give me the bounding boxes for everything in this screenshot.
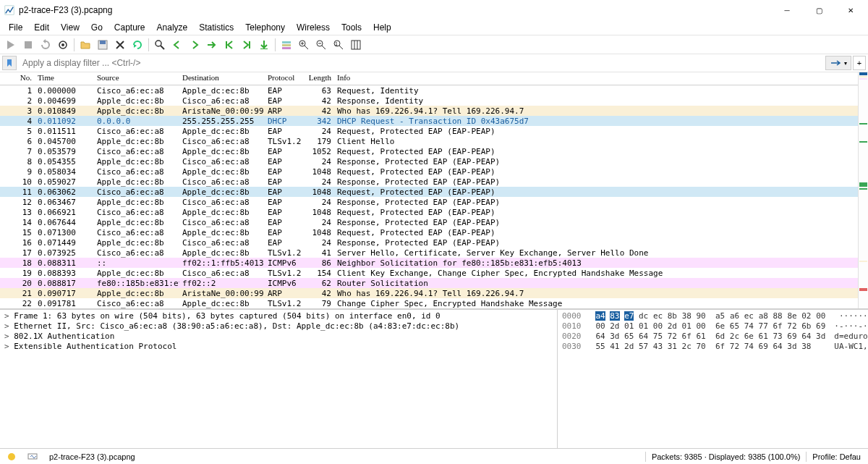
svg-rect-8 <box>282 41 291 43</box>
col-source[interactable]: Source <box>94 72 179 85</box>
packet-row[interactable]: 60.045700Apple_dc:ec:8bCisco_a6:ec:a8TLS… <box>0 136 858 146</box>
tree-eap[interactable]: Extensible Authentication Protocol <box>3 342 554 352</box>
packet-row[interactable]: 210.090717Apple_dc:ec:8bAristaNe_00:00:9… <box>0 288 858 298</box>
packet-row[interactable]: 40.0110920.0.0.0255.255.255.255DHCP342DH… <box>0 116 858 126</box>
col-length[interactable]: Length <box>301 72 334 85</box>
packet-row[interactable]: 180.088311::ff02::1:ffb5:4013ICMPv686Nei… <box>0 258 858 268</box>
status-expert-icon[interactable] <box>1 452 22 461</box>
tree-ethernet[interactable]: Ethernet II, Src: Cisco_a6:ec:a8 (38:90:… <box>3 321 554 332</box>
menu-capture[interactable]: Capture <box>109 21 151 34</box>
auto-scroll-icon[interactable] <box>256 37 272 53</box>
zoom-reset-icon[interactable]: 1 <box>331 37 346 53</box>
maximize-button[interactable]: ▢ <box>803 0 835 20</box>
packet-row[interactable]: 70.053579Cisco_a6:ec:a8Apple_dc:ec:8bEAP… <box>0 146 858 156</box>
packet-row[interactable]: 160.071449Apple_dc:ec:8bCisco_a6:ec:a8EA… <box>0 237 858 248</box>
bookmark-filter-icon[interactable] <box>2 56 17 70</box>
packet-bytes-hex[interactable]: 0000 a4 83 e7 dc ec 8b 38 90 a5 a6 ec a8… <box>557 310 868 448</box>
svg-rect-0 <box>5 6 14 14</box>
packet-row[interactable]: 170.073925Cisco_a6:ec:a8Apple_dc:ec:8bTL… <box>0 248 858 258</box>
packet-row[interactable]: 10.000000Cisco_a6:ec:a8Apple_dc:ec:8bEAP… <box>0 85 858 96</box>
open-file-icon[interactable] <box>77 37 93 53</box>
packet-row[interactable]: 190.088393Apple_dc:ec:8bCisco_a6:ec:a8TL… <box>0 268 858 278</box>
start-capture-icon[interactable] <box>3 37 19 53</box>
packet-details-tree[interactable]: Frame 1: 63 bytes on wire (504 bits), 63… <box>0 310 557 448</box>
zoom-in-icon[interactable] <box>296 37 312 53</box>
svg-rect-15 <box>352 41 360 49</box>
capture-options-icon[interactable] <box>55 37 71 53</box>
menu-edit[interactable]: Edit <box>28 21 55 34</box>
packet-row[interactable]: 100.059027Apple_dc:ec:8bCisco_a6:ec:a8EA… <box>0 177 858 187</box>
packet-row[interactable]: 140.067644Apple_dc:ec:8bCisco_a6:ec:a8EA… <box>0 217 858 227</box>
stop-capture-icon[interactable] <box>20 37 36 53</box>
main-toolbar: 1 <box>0 35 868 54</box>
restart-capture-icon[interactable] <box>38 37 54 53</box>
add-filter-button[interactable]: + <box>853 56 866 70</box>
packet-list[interactable]: No. Time Source Destination Protocol Len… <box>0 72 858 308</box>
go-back-icon[interactable] <box>169 37 185 53</box>
packet-row[interactable]: 50.011511Cisco_a6:ec:a8Apple_dc:ec:8bEAP… <box>0 126 858 136</box>
svg-rect-5 <box>100 41 106 44</box>
status-file: p2-trace-F23 (3).pcapng <box>43 452 141 461</box>
close-file-icon[interactable] <box>112 37 128 53</box>
menu-analyze[interactable]: Analyze <box>151 21 194 34</box>
window-titlebar: p2-trace-F23 (3).pcapng ─ ▢ ✕ <box>0 0 868 20</box>
packet-row[interactable]: 90.058034Cisco_a6:ec:a8Apple_dc:ec:8bEAP… <box>0 166 858 177</box>
reload-file-icon[interactable] <box>129 37 145 53</box>
menu-statistics[interactable]: Statistics <box>193 21 239 34</box>
go-forward-icon[interactable] <box>187 37 203 53</box>
window-title: p2-trace-F23 (3).pcapng <box>19 5 771 15</box>
go-last-icon[interactable] <box>239 37 255 53</box>
go-first-icon[interactable] <box>221 37 237 53</box>
svg-point-6 <box>156 41 161 46</box>
tree-8021x[interactable]: 802.1X Authentication <box>3 332 554 342</box>
col-destination[interactable]: Destination <box>179 72 265 85</box>
menu-help[interactable]: Help <box>367 21 397 34</box>
packet-row[interactable]: 130.066921Cisco_a6:ec:a8Apple_dc:ec:8bEA… <box>0 207 858 217</box>
packet-minimap[interactable] <box>858 72 868 308</box>
status-bar: p2-trace-F23 (3).pcapng Packets: 9385 · … <box>0 448 868 464</box>
menu-bar: File Edit View Go Capture Analyze Statis… <box>0 20 868 35</box>
status-packets: Packets: 9385 · Displayed: 9385 (100.0%) <box>646 452 806 461</box>
packet-row[interactable]: 80.054355Apple_dc:ec:8bCisco_a6:ec:a8EAP… <box>0 156 858 166</box>
apply-filter-button[interactable]: ▾ <box>825 56 851 70</box>
app-icon <box>4 5 14 15</box>
col-protocol[interactable]: Protocol <box>265 72 301 85</box>
packet-row[interactable]: 150.071300Cisco_a6:ec:a8Apple_dc:ec:8bEA… <box>0 227 858 237</box>
svg-point-16 <box>8 453 15 460</box>
zoom-out-icon[interactable] <box>313 37 329 53</box>
svg-rect-10 <box>282 47 291 49</box>
resize-columns-icon[interactable] <box>348 37 364 53</box>
svg-rect-7 <box>260 48 268 49</box>
packet-row[interactable]: 110.063062Cisco_a6:ec:a8Apple_dc:ec:8bEA… <box>0 187 858 197</box>
svg-text:1: 1 <box>335 41 338 46</box>
menu-tools[interactable]: Tools <box>336 21 367 34</box>
svg-point-3 <box>61 43 64 46</box>
packet-row[interactable]: 20.004699Apple_dc:ec:8bCisco_a6:ec:a8EAP… <box>0 96 858 106</box>
status-capture-icon[interactable] <box>22 453 43 460</box>
col-time[interactable]: Time <box>35 72 94 85</box>
packet-row[interactable]: 30.010849Apple_dc:ec:8bAristaNe_00:00:99… <box>0 106 858 116</box>
find-packet-icon[interactable] <box>152 37 168 53</box>
minimize-button[interactable]: ─ <box>771 0 803 20</box>
svg-rect-9 <box>282 44 291 46</box>
menu-telephony[interactable]: Telephony <box>239 21 291 34</box>
close-button[interactable]: ✕ <box>835 0 867 20</box>
tree-frame[interactable]: Frame 1: 63 bytes on wire (504 bits), 63… <box>3 311 554 321</box>
menu-view[interactable]: View <box>55 21 85 34</box>
svg-rect-1 <box>25 41 32 48</box>
packet-row[interactable]: 120.063467Apple_dc:ec:8bCisco_a6:ec:a8EA… <box>0 197 858 207</box>
packet-list-header[interactable]: No. Time Source Destination Protocol Len… <box>0 72 858 85</box>
menu-go[interactable]: Go <box>85 21 109 34</box>
display-filter-bar: ▾ + <box>0 54 868 72</box>
save-file-icon[interactable] <box>95 37 111 53</box>
display-filter-input[interactable] <box>18 56 824 70</box>
menu-file[interactable]: File <box>3 21 28 34</box>
status-profile[interactable]: Profile: Defau <box>807 452 867 461</box>
packet-row[interactable]: 220.091781Cisco_a6:ec:a8Apple_dc:ec:8bTL… <box>0 298 858 308</box>
packet-row[interactable]: 200.088817fe80::185b:e831:efb…ff02::2ICM… <box>0 278 858 288</box>
col-info[interactable]: Info <box>334 72 858 85</box>
go-to-packet-icon[interactable] <box>204 37 220 53</box>
col-no[interactable]: No. <box>0 72 35 85</box>
colorize-icon[interactable] <box>278 37 294 53</box>
menu-wireless[interactable]: Wireless <box>291 21 336 34</box>
